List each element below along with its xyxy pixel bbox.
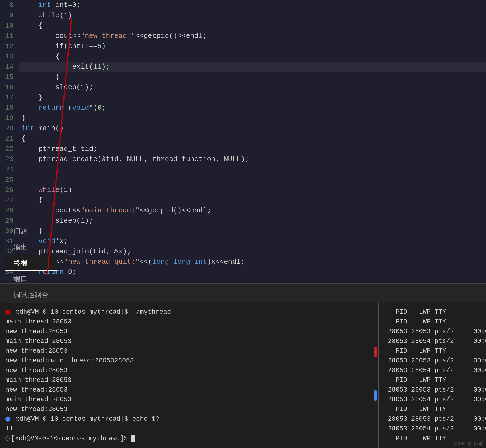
tab-item[interactable]: 调试控制台 <box>5 287 57 303</box>
process-table-row: 28053 28053 pts/2 00:00:00 mythread <box>384 327 481 336</box>
tab-item[interactable]: 问题 <box>5 223 57 239</box>
line-content: int main() <box>19 123 486 133</box>
line-content: if(cnt++==5) <box>19 41 486 51</box>
process-table-row: 28053 28054 pts/2 00:00:00 mythread <box>384 366 481 375</box>
line-number: 16 <box>0 82 19 92</box>
line-number: 17 <box>0 92 19 103</box>
code-row: 11 cout<<"new thread:"<<getpid()<<endl; <box>0 31 486 41</box>
line-content: void*x; <box>19 236 486 246</box>
line-number: 19 <box>0 113 19 123</box>
line-number: 8 <box>0 0 19 10</box>
line-number: 28 <box>0 205 19 216</box>
line-content: } <box>19 113 486 123</box>
tab-bar: 问题输出终端端口调试控制台 <box>0 284 486 303</box>
code-row: 18 return (void*)0; <box>0 103 486 113</box>
line-content: cout<<"new thread:"<<getpid()<<endl; <box>19 31 486 41</box>
line-number: 11 <box>0 31 19 41</box>
line-number: 12 <box>0 41 19 51</box>
line-content: } <box>19 226 486 236</box>
line-number: 25 <box>0 175 19 185</box>
line-number: 18 <box>0 103 19 113</box>
code-row: 10 { <box>0 21 486 31</box>
line-content: pthread_create(&tid, NULL, thread_functi… <box>19 154 486 164</box>
prompt-text: [xdh@VM-0-10-centos mythread]$ echo $? <box>12 415 159 423</box>
prompt-icon-circle <box>5 436 10 441</box>
terminal-line: main thread:28053 <box>5 317 373 327</box>
line-number: 9 <box>0 10 19 21</box>
line-content: { <box>19 21 486 31</box>
process-table-row: 28053 28053 pts/2 00:00:00 mythread <box>384 414 481 424</box>
main-container: 8 int cnt=0;9 while(1)10 {11 cout<<"new … <box>0 0 486 448</box>
process-table-row: PID LWP TTY TIME CMD <box>384 346 481 356</box>
terminal-line: [xdh@VM-0-10-centos mythread]$ <box>5 434 373 443</box>
terminal-line: new thread:28053 <box>5 327 373 336</box>
terminal-line: new thread:28053 <box>5 366 373 375</box>
line-content: return 0; <box>19 267 486 277</box>
line-content: sleep(1); <box>19 82 486 92</box>
prompt-icon-red <box>5 310 10 315</box>
process-table-row: 28053 28053 pts/2 00:00:00 mythread <box>384 385 481 395</box>
line-content: cout<<"main thread:"<<getpid()<<endl; <box>19 205 486 216</box>
code-row: 24 <box>0 164 486 175</box>
line-content: while(1) <box>19 10 486 21</box>
line-content: return (void*)0; <box>19 103 486 113</box>
line-content: { <box>19 195 486 205</box>
cursor <box>131 435 135 442</box>
tab-item[interactable]: 终端 <box>5 255 57 271</box>
line-number: 27 <box>0 195 19 205</box>
line-number: 21 <box>0 133 19 144</box>
line-content: { <box>19 51 486 62</box>
line-number: 10 <box>0 21 19 31</box>
scroll-indicator-blue[interactable] <box>374 390 377 401</box>
code-row: 19} <box>0 113 486 123</box>
tab-item[interactable]: 端口 <box>5 271 57 287</box>
terminal-line: main thread:28053 <box>5 336 373 346</box>
code-editor: 8 int cnt=0;9 while(1)10 {11 cout<<"new … <box>0 0 486 284</box>
code-row: 34 return 0; <box>0 267 486 277</box>
line-content: pthread_join(tid, &x); <box>19 246 486 257</box>
terminal-line: new thread:28053 <box>5 346 373 356</box>
code-lines: 8 int cnt=0;9 while(1)10 {11 cout<<"new … <box>0 0 486 277</box>
terminal-right: PID LWP TTY TIME CMD PID LWP TTY TIME CM… <box>378 303 486 448</box>
prompt-text: [xdh@VM-0-10-centos mythread]$ ./mythrea… <box>12 308 171 316</box>
process-table-row: PID LWP TTY TIME CMD <box>384 317 481 327</box>
process-table-row: 28053 28054 pts/2 00:00:00 mythread <box>384 336 481 346</box>
code-row: 14 exit(11); <box>0 62 486 72</box>
line-content: int cnt=0; <box>19 0 486 10</box>
line-content: cout<<"new thread quit:"<<(long long int… <box>19 257 486 267</box>
code-row: 22 pthread_t tid; <box>0 144 486 154</box>
watermark: CSDN @ 认证 <box>453 440 483 447</box>
terminal-line: 11 <box>5 424 373 434</box>
line-number: 24 <box>0 164 19 175</box>
terminal-left: [xdh@VM-0-10-centos mythread]$ ./mythrea… <box>0 303 378 448</box>
line-content: exit(11); <box>19 62 486 72</box>
process-table-row: 28053 28054 pts/2 00:00:00 mythread <box>384 424 481 434</box>
code-row: 25 <box>0 175 486 185</box>
code-row: 16 sleep(1); <box>0 82 486 92</box>
terminal-line: new thread:28053 <box>5 385 373 395</box>
line-content: sleep(1); <box>19 216 486 226</box>
process-table-row: PID LWP TTY TIME CMD <box>384 307 481 317</box>
line-number: 14 <box>0 62 19 72</box>
prompt-text: [xdh@VM-0-10-centos mythread]$ <box>11 435 131 442</box>
line-content: } <box>19 92 486 103</box>
code-row: 33 cout<<"new thread quit:"<<(long long … <box>0 257 486 267</box>
line-content: } <box>19 72 486 82</box>
process-table-row: PID LWP TTY TIME CMD <box>384 375 481 385</box>
terminal-line: [xdh@VM-0-10-centos mythread]$ ./mythrea… <box>5 307 373 317</box>
code-row: 15 } <box>0 72 486 82</box>
tab-item[interactable]: 输出 <box>5 239 57 255</box>
line-content: pthread_t tid; <box>19 144 486 154</box>
code-row: 27 { <box>0 195 486 205</box>
code-row: 31 void*x; <box>0 236 486 246</box>
line-number: 22 <box>0 144 19 154</box>
terminal-line: main thread:28053 <box>5 395 373 404</box>
code-row: 8 int cnt=0; <box>0 0 486 10</box>
code-row: 17 } <box>0 92 486 103</box>
code-row: 26 while(1) <box>0 185 486 195</box>
scroll-indicator-red[interactable] <box>374 347 377 357</box>
code-row: 9 while(1) <box>0 10 486 21</box>
code-row: 23 pthread_create(&tid, NULL, thread_fun… <box>0 154 486 164</box>
code-row: 32 pthread_join(tid, &x); <box>0 246 486 257</box>
prompt-icon-blue <box>5 417 10 422</box>
